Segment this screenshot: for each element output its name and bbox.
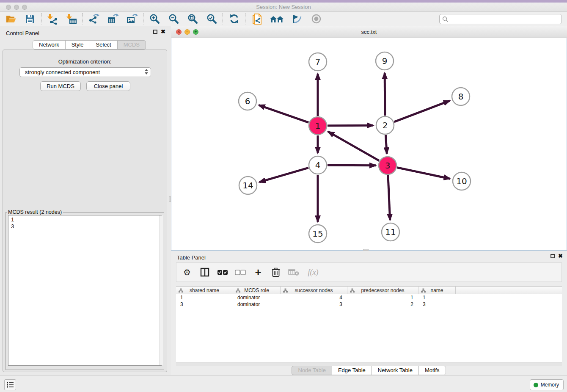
graph-node-3[interactable]: 3 <box>379 157 396 174</box>
tab-motifs[interactable]: Motifs <box>418 366 446 375</box>
save-session-icon[interactable] <box>24 13 36 25</box>
close-panel-button[interactable]: Close panel <box>86 81 130 91</box>
import-network-icon[interactable] <box>47 13 58 25</box>
float-table-panel-icon[interactable] <box>550 254 555 258</box>
zoom-out-icon[interactable] <box>168 13 179 25</box>
table-row[interactable]: 3dominator323 <box>176 301 562 308</box>
table-row[interactable]: 1dominator411 <box>176 294 562 301</box>
graph-node-7[interactable]: 7 <box>309 53 327 71</box>
graph-node-label: 2 <box>383 120 388 130</box>
window-controls[interactable] <box>6 5 27 10</box>
network-maximize-button[interactable]: + <box>193 29 198 35</box>
graph-node-label: 3 <box>385 160 391 171</box>
tab-node-table[interactable]: Node Table <box>292 366 332 375</box>
close-panel-icon[interactable]: ✖ <box>161 30 165 34</box>
optimization-criterion-label: Optimization criterion: <box>3 58 167 65</box>
home-layout-icon[interactable] <box>270 13 284 25</box>
control-panel-tabs: NetworkStyleSelectMCDS <box>33 40 146 50</box>
column-header-shared-name[interactable]: shared name <box>176 287 233 294</box>
graph-edge-3-10[interactable] <box>397 168 450 179</box>
graph-node-9[interactable]: 9 <box>376 52 394 70</box>
graph-edge-1-2[interactable] <box>328 125 373 126</box>
graph-node-4[interactable]: 4 <box>309 156 327 174</box>
graph-node-14[interactable]: 14 <box>239 177 257 194</box>
table-cell: 3 <box>176 301 233 308</box>
table-scroll-strip[interactable] <box>176 362 562 366</box>
select-stepper-icon <box>145 69 148 75</box>
network-view-window: ✕ − + scc.txt 7968124314101511 <box>171 26 567 251</box>
network-view-titlebar: ✕ − + scc.txt <box>171 26 567 38</box>
tab-network[interactable]: Network <box>33 40 66 50</box>
add-row-icon[interactable]: + <box>252 266 264 279</box>
table-settings-icon[interactable]: ⚙ <box>181 266 193 279</box>
network-close-button[interactable]: ✕ <box>176 29 182 35</box>
run-mcds-button[interactable]: Run MCDS <box>40 81 81 91</box>
tab-mcds[interactable]: MCDS <box>117 40 146 50</box>
zoom-fit-icon[interactable] <box>187 13 198 25</box>
network-view-title: scc.txt <box>171 29 567 35</box>
split-divider-handle[interactable] <box>169 196 171 202</box>
zoom-selected-icon[interactable] <box>206 13 217 25</box>
hide-labels-icon[interactable] <box>291 13 303 25</box>
import-table-icon[interactable] <box>66 13 77 25</box>
open-file-icon[interactable] <box>5 13 17 25</box>
graph-node-8[interactable]: 8 <box>452 88 470 105</box>
delete-rows-icon[interactable] <box>270 266 282 279</box>
mcds-tab-content: Optimization criterion: strongly connect… <box>3 50 167 372</box>
panel-menu-button[interactable] <box>4 379 16 390</box>
window-title: Session: New Session <box>0 4 567 10</box>
graph-node-label: 14 <box>242 180 253 190</box>
network-minimize-button[interactable]: − <box>184 29 190 35</box>
graph-node-6[interactable]: 6 <box>239 92 256 110</box>
graph-node-15[interactable]: 15 <box>309 225 327 243</box>
graph-edge-3-1[interactable] <box>328 132 379 161</box>
zoom-in-icon[interactable] <box>149 13 160 25</box>
close-table-panel-icon[interactable]: ✖ <box>558 254 563 258</box>
graph-node-11[interactable]: 11 <box>382 223 399 241</box>
table-cell: 3 <box>281 301 347 308</box>
export-image-icon[interactable] <box>126 13 138 25</box>
graph-edge-4-3[interactable] <box>328 165 376 166</box>
select-all-icon[interactable] <box>216 266 229 279</box>
node-table[interactable]: shared nameMCDS rolesuccessor nodesprede… <box>176 286 562 362</box>
show-columns-icon[interactable] <box>198 266 211 279</box>
graph-edge-1-6[interactable] <box>259 105 308 122</box>
graph-edge-2-3[interactable] <box>385 135 387 154</box>
float-panel-icon[interactable] <box>153 30 157 34</box>
search-input[interactable] <box>439 14 562 24</box>
result-scrollbar[interactable] <box>159 215 163 365</box>
close-window-button[interactable] <box>6 5 11 10</box>
memory-button[interactable]: Memory <box>530 379 564 390</box>
minimize-window-button[interactable] <box>14 5 19 10</box>
graph-node-2[interactable]: 2 <box>376 116 394 134</box>
column-header-successor-nodes[interactable]: successor nodes <box>281 287 347 294</box>
export-network-icon[interactable] <box>88 13 100 25</box>
refresh-icon[interactable] <box>228 13 240 25</box>
mcds-result-title: MCDS result (2 nodes) <box>7 209 63 215</box>
graph-edge-2-9[interactable] <box>385 73 385 116</box>
table-cell: dominator <box>233 301 281 308</box>
export-table-icon[interactable] <box>107 13 119 25</box>
graph-node-label: 8 <box>458 91 464 102</box>
graph-edge-4-14[interactable] <box>259 168 308 182</box>
graph-edge-2-8[interactable] <box>394 101 450 122</box>
graph-edge-3-11[interactable] <box>388 175 390 220</box>
zoom-window-button[interactable] <box>22 5 27 10</box>
tab-network-table[interactable]: Network Table <box>372 366 419 375</box>
graph-node-label: 15 <box>312 229 323 239</box>
criterion-select[interactable]: strongly connected component <box>19 67 151 77</box>
column-header-name[interactable]: name <box>418 287 456 294</box>
bird-view-icon[interactable] <box>310 13 322 25</box>
graph-node-1[interactable]: 1 <box>309 117 327 135</box>
tab-edge-table[interactable]: Edge Table <box>332 366 372 375</box>
column-header-MCDS-role[interactable]: MCDS role <box>233 287 281 294</box>
column-header-predecessor-nodes[interactable]: predecessor nodes <box>347 287 418 294</box>
deselect-all-icon[interactable] <box>234 266 247 279</box>
tab-select[interactable]: Select <box>90 40 118 50</box>
network-canvas[interactable]: 7968124314101511 <box>171 38 567 251</box>
mcds-result-text[interactable]: 13 <box>8 215 162 366</box>
clone-network-icon[interactable] <box>250 13 262 25</box>
table-cell: 3 <box>418 301 456 308</box>
graph-node-10[interactable]: 10 <box>453 172 471 190</box>
tab-style[interactable]: Style <box>65 40 90 50</box>
